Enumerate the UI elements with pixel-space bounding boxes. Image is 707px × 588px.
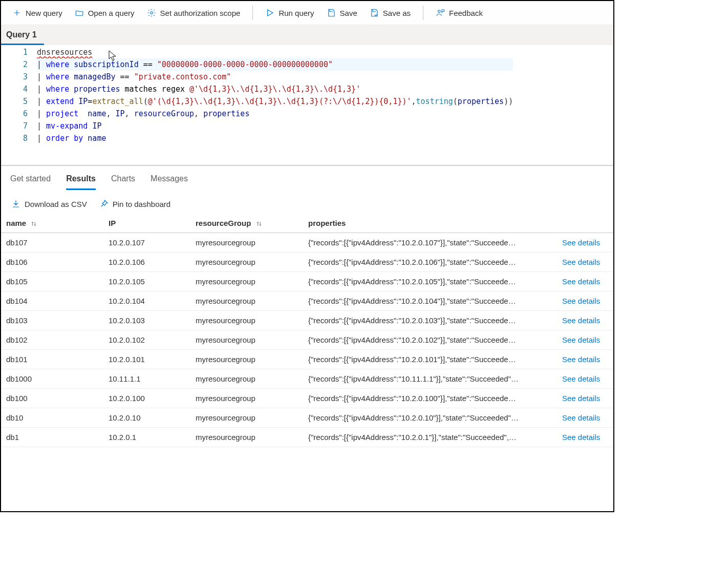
cell-ip: 10.2.0.102 [103,330,190,350]
feedback-button[interactable]: Feedback [431,5,488,20]
col-header-blank [557,214,613,233]
new-query-button[interactable]: New query [7,5,68,20]
cell-prop: {"records":[{"ipv4Address":"10.2.0.1"}],… [303,428,557,447]
see-details-link[interactable]: See details [557,350,613,369]
code-line[interactable]: | where managedBy == "private.contoso.co… [37,71,513,83]
see-details-link[interactable]: See details [557,428,613,447]
svg-point-0 [150,12,153,14]
col-header-rg-label: resourceGroup [196,219,251,227]
cell-rg: myresourcegroup [190,428,303,447]
cell-prop: {"records":[{"ipv4Address":"10.2.0.101"}… [303,350,557,369]
col-header-ip[interactable]: IP [103,214,190,233]
cell-ip: 10.2.0.106 [103,253,190,272]
tab-get-started[interactable]: Get started [10,174,51,190]
tab-charts[interactable]: Charts [111,174,135,190]
cell-name: db107 [1,233,103,253]
see-details-link[interactable]: See details [557,272,613,291]
table-row[interactable]: db10210.2.0.102myresourcegroup{"records"… [1,330,613,350]
cell-name: db100 [1,389,103,408]
open-query-button[interactable]: Open a query [70,5,140,20]
results-table-wrapper: name IP resourceGroup properties db10710… [1,214,613,447]
see-details-link[interactable]: See details [557,233,613,253]
cell-rg: myresourcegroup [190,330,303,350]
code-content[interactable]: dnsresources| where subscriptionId == "0… [37,45,513,144]
see-details-link[interactable]: See details [557,369,613,389]
line-number: 6 [1,108,28,120]
line-gutter: 12345678 [1,45,37,144]
result-tabs: Get started Results Charts Messages [1,166,613,190]
line-number: 3 [1,71,28,83]
see-details-link[interactable]: See details [557,311,613,330]
see-details-link[interactable]: See details [557,330,613,350]
run-query-button[interactable]: Run query [260,5,319,20]
download-csv-button[interactable]: Download as CSV [11,199,87,208]
line-number: 2 [1,58,28,71]
plus-icon [12,8,22,17]
code-line[interactable]: dnsresources [37,46,513,58]
svg-point-1 [438,10,441,13]
code-line[interactable]: | where subscriptionId == "00000000-0000… [37,58,513,71]
line-number: 1 [1,46,28,58]
line-number: 4 [1,83,28,95]
save-as-button[interactable]: Save as [365,5,416,20]
query-tab-active[interactable]: Query 1 [1,25,44,45]
cell-name: db1 [1,428,103,447]
line-number: 5 [1,95,28,108]
line-number: 8 [1,132,28,144]
pin-dashboard-button[interactable]: Pin to dashboard [99,199,170,208]
run-query-label: Run query [278,9,314,17]
code-editor[interactable]: 12345678 dnsresources| where subscriptio… [1,45,613,166]
cell-prop: {"records":[{"ipv4Address":"10.2.0.106"}… [303,253,557,272]
cell-ip: 10.11.1.1 [103,369,190,389]
see-details-link[interactable]: See details [557,253,613,272]
cell-name: db103 [1,311,103,330]
code-line[interactable]: | extend IP=extract_all(@'(\d{1,3}\.\d{1… [37,95,513,108]
col-header-rg[interactable]: resourceGroup [190,214,303,233]
table-row[interactable]: db10610.2.0.106myresourcegroup{"records"… [1,253,613,272]
table-row[interactable]: db1010.2.0.10myresourcegroup{"records":[… [1,408,613,428]
save-as-icon [370,8,379,17]
col-header-prop[interactable]: properties [303,214,557,233]
code-line[interactable]: | project name, IP, resourceGroup, prope… [37,108,513,120]
table-row[interactable]: db10110.2.0.101myresourcegroup{"records"… [1,350,613,369]
auth-scope-button[interactable]: Set authorization scope [142,5,246,20]
col-header-prop-label: properties [308,219,346,227]
cell-prop: {"records":[{"ipv4Address":"10.2.0.102"}… [303,330,557,350]
cell-ip: 10.2.0.103 [103,311,190,330]
code-line[interactable]: | where properties matches regex @'\d{1,… [37,83,513,95]
pin-icon [99,199,109,208]
cell-name: db106 [1,253,103,272]
sort-icon [28,219,37,227]
tab-results[interactable]: Results [66,174,96,190]
new-query-label: New query [26,9,62,17]
cell-prop: {"records":[{"ipv4Address":"10.2.0.10"}]… [303,408,557,428]
cell-ip: 10.2.0.10 [103,408,190,428]
toolbar: New query Open a query Set authorization… [1,1,613,25]
table-row[interactable]: db10510.2.0.105myresourcegroup{"records"… [1,272,613,291]
auth-scope-label: Set authorization scope [160,9,241,17]
cell-rg: myresourcegroup [190,369,303,389]
cell-rg: myresourcegroup [190,408,303,428]
code-line[interactable]: | mv-expand IP [37,120,513,132]
save-icon [327,8,336,17]
cell-prop: {"records":[{"ipv4Address":"10.2.0.107"}… [303,233,557,253]
cell-rg: myresourcegroup [190,389,303,408]
col-header-ip-label: IP [109,219,116,227]
code-line[interactable]: | order by name [37,132,513,144]
see-details-link[interactable]: See details [557,291,613,311]
see-details-link[interactable]: See details [557,408,613,428]
table-row[interactable]: db100010.11.1.1myresourcegroup{"records"… [1,369,613,389]
see-details-link[interactable]: See details [557,389,613,408]
col-header-name[interactable]: name [1,214,103,233]
app-frame: New query Open a query Set authorization… [0,0,614,512]
tab-messages[interactable]: Messages [151,174,188,190]
table-row[interactable]: db10410.2.0.104myresourcegroup{"records"… [1,291,613,311]
save-as-label: Save as [383,9,411,17]
sort-icon [253,219,263,227]
save-button[interactable]: Save [322,5,362,20]
table-row[interactable]: db10010.2.0.100myresourcegroup{"records"… [1,389,613,408]
cell-prop: {"records":[{"ipv4Address":"10.11.1.1"}]… [303,369,557,389]
table-row[interactable]: db10710.2.0.107myresourcegroup{"records"… [1,233,613,253]
table-row[interactable]: db110.2.0.1myresourcegroup{"records":[{"… [1,428,613,447]
table-row[interactable]: db10310.2.0.103myresourcegroup{"records"… [1,311,613,330]
